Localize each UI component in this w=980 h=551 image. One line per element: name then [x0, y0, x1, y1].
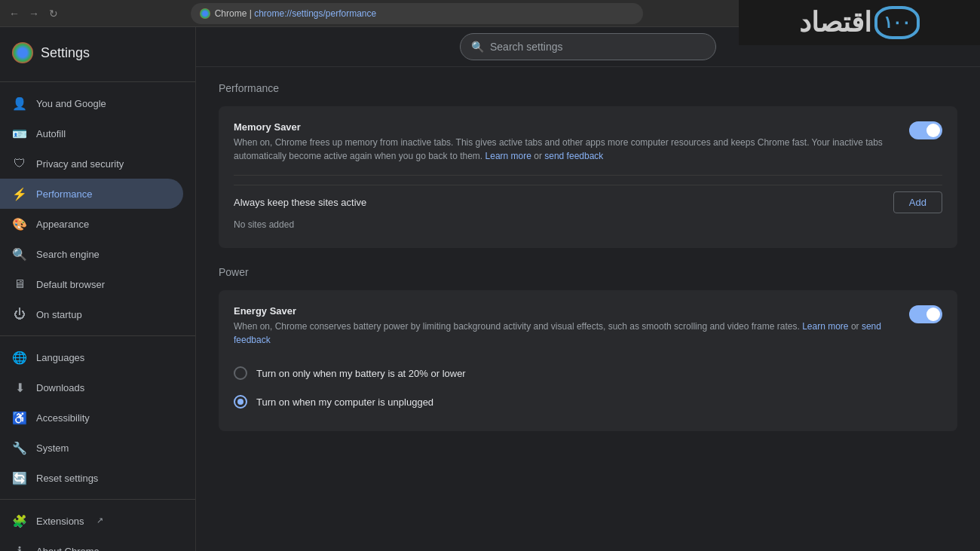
- languages-icon: 🌐: [12, 350, 27, 365]
- energy-saver-row: Energy Saver When on, Chrome conserves b…: [234, 305, 942, 347]
- accessibility-icon: ♿: [12, 410, 27, 425]
- memory-saver-toggle-track: [909, 121, 942, 139]
- memory-saver-send-feedback-link[interactable]: send feedback: [544, 151, 603, 161]
- sidebar-item-about-chrome[interactable]: ℹ About Chrome: [0, 536, 183, 551]
- extensions-label: Extensions: [36, 516, 84, 527]
- radio-battery-20-label: Turn on only when my battery is at 20% o…: [256, 368, 466, 379]
- energy-saver-toggle[interactable]: [909, 305, 942, 323]
- settings-logo-icon: [12, 42, 33, 63]
- search-engine-icon: 🔍: [12, 246, 27, 262]
- performance-icon: ⚡: [12, 186, 27, 201]
- sidebar-item-privacy-security[interactable]: 🛡 Privacy and security: [0, 148, 183, 179]
- energy-saver-desc: When on, Chrome conserves battery power …: [234, 320, 894, 347]
- back-button[interactable]: ←: [8, 7, 21, 20]
- languages-label: Languages: [36, 352, 84, 363]
- default-browser-label: Default browser: [36, 279, 105, 290]
- sidebar-mid-divider: [0, 335, 195, 336]
- energy-saver-description-text: When on, Chrome conserves battery power …: [234, 321, 800, 332]
- sidebar-bottom-divider: [0, 499, 195, 500]
- address-bar-url: Chrome | chrome://settings/performance: [215, 8, 377, 19]
- search-bar[interactable]: 🔍: [460, 33, 716, 60]
- sidebar-item-downloads[interactable]: ⬇ Downloads: [0, 372, 183, 403]
- memory-saver-row: Memory Saver When on, Chrome frees up me…: [234, 121, 942, 163]
- address-bar[interactable]: Chrome | chrome://settings/performance: [191, 3, 643, 24]
- accessibility-label: Accessibility: [36, 412, 90, 424]
- watermark-circle: ۱۰۰: [874, 6, 920, 39]
- chrome-logo-icon: [200, 8, 210, 19]
- radio-battery-20-row[interactable]: Turn on only when my battery is at 20% o…: [234, 359, 942, 387]
- power-card: Energy Saver When on, Chrome conserves b…: [219, 290, 957, 431]
- sidebar-item-performance[interactable]: ⚡ Performance: [0, 179, 183, 209]
- add-sites-button[interactable]: Add: [893, 191, 942, 213]
- sidebar-item-autofill[interactable]: 🪪 Autofill: [0, 118, 183, 148]
- memory-saver-title: Memory Saver: [234, 121, 894, 133]
- about-chrome-label: About Chrome: [36, 546, 100, 552]
- memory-saver-toggle[interactable]: [909, 121, 942, 139]
- about-chrome-icon: ℹ: [12, 543, 27, 551]
- energy-saver-title: Energy Saver: [234, 305, 894, 317]
- search-icon: 🔍: [471, 41, 484, 53]
- always-active-label: Always keep these sites active: [234, 197, 366, 208]
- sidebar-item-you-google[interactable]: 👤 You and Google: [0, 88, 183, 118]
- sidebar-item-accessibility[interactable]: ♿ Accessibility: [0, 403, 183, 433]
- startup-label: On startup: [36, 309, 82, 320]
- radio-battery-20-btn[interactable]: [234, 366, 247, 380]
- reset-label: Reset settings: [36, 473, 98, 484]
- memory-saver-or-text: or: [534, 151, 542, 161]
- sidebar-item-default-browser[interactable]: 🖥 Default browser: [0, 269, 183, 299]
- watermark-text: ۱۰۰ اقتصاد: [799, 6, 920, 39]
- sidebar-item-appearance[interactable]: 🎨 Appearance: [0, 209, 183, 239]
- reload-button[interactable]: ↻: [47, 7, 60, 20]
- energy-saver-text: Energy Saver When on, Chrome conserves b…: [234, 305, 909, 347]
- memory-saver-desc: When on, Chrome frees up memory from ina…: [234, 136, 894, 163]
- reset-icon: 🔄: [12, 470, 27, 485]
- memory-saver-learn-more-link[interactable]: Learn more: [485, 151, 531, 161]
- search-engine-label: Search engine: [36, 249, 100, 260]
- you-google-icon: 👤: [12, 96, 27, 111]
- content-area: Settings 👤 You and Google 🪪 Autofill 🛡 P…: [0, 27, 980, 551]
- energy-saver-toggle-thumb: [926, 308, 940, 321]
- performance-card: Memory Saver When on, Chrome frees up me…: [219, 106, 957, 248]
- autofill-label: Autofill: [36, 128, 66, 139]
- system-label: System: [36, 442, 69, 454]
- sidebar-item-search-engine[interactable]: 🔍 Search engine: [0, 239, 183, 269]
- sidebar-item-on-startup[interactable]: ⏻ On startup: [0, 299, 183, 329]
- radio-unplugged-btn[interactable]: [234, 395, 247, 409]
- sidebar-top-divider: [0, 81, 195, 82]
- browser-chrome-bar: ← → ↻ Chrome | chrome://settings/perform…: [0, 0, 980, 27]
- default-browser-icon: 🖥: [12, 277, 27, 292]
- card-divider-1: [234, 175, 942, 176]
- sidebar-item-languages[interactable]: 🌐 Languages: [0, 342, 183, 372]
- performance-label: Performance: [36, 188, 92, 200]
- main-with-search: 🔍 Performance Memory Saver When on, Chro…: [196, 27, 980, 551]
- sidebar: Settings 👤 You and Google 🪪 Autofill 🛡 P…: [0, 27, 196, 551]
- privacy-label: Privacy and security: [36, 158, 124, 170]
- startup-icon: ⏻: [12, 307, 27, 322]
- energy-saver-learn-more-link[interactable]: Learn more: [802, 321, 848, 332]
- sidebar-item-extensions[interactable]: 🧩 Extensions ↗: [0, 506, 183, 536]
- memory-saver-text: Memory Saver When on, Chrome frees up me…: [234, 121, 909, 163]
- appearance-label: Appearance: [36, 219, 89, 230]
- privacy-icon: 🛡: [12, 156, 27, 171]
- sidebar-item-system[interactable]: 🔧 System: [0, 433, 183, 463]
- memory-saver-toggle-thumb: [926, 124, 940, 137]
- downloads-icon: ⬇: [12, 380, 27, 395]
- energy-saver-or-text: or: [851, 321, 859, 332]
- external-link-icon: ↗: [96, 516, 107, 526]
- watermark: ۱۰۰ اقتصاد: [739, 0, 980, 45]
- search-input[interactable]: [490, 41, 705, 53]
- settings-title: Settings: [41, 45, 90, 61]
- radio-unplugged-row[interactable]: Turn on when my computer is unplugged: [234, 387, 942, 416]
- system-icon: 🔧: [12, 440, 27, 455]
- no-sites-text: No sites added: [234, 213, 942, 233]
- main-content: Performance Memory Saver When on, Chrome…: [196, 67, 980, 551]
- radio-unplugged-label: Turn on when my computer is unplugged: [256, 396, 433, 408]
- appearance-icon: 🎨: [12, 216, 27, 231]
- performance-section-title: Performance: [219, 82, 957, 94]
- extensions-icon: 🧩: [12, 513, 27, 528]
- power-section-title: Power: [219, 266, 957, 278]
- forward-button[interactable]: →: [27, 7, 41, 20]
- sidebar-item-reset-settings[interactable]: 🔄 Reset settings: [0, 463, 183, 493]
- watermark-brand: اقتصاد: [799, 7, 871, 38]
- app-container: ← → ↻ Chrome | chrome://settings/perform…: [0, 0, 980, 551]
